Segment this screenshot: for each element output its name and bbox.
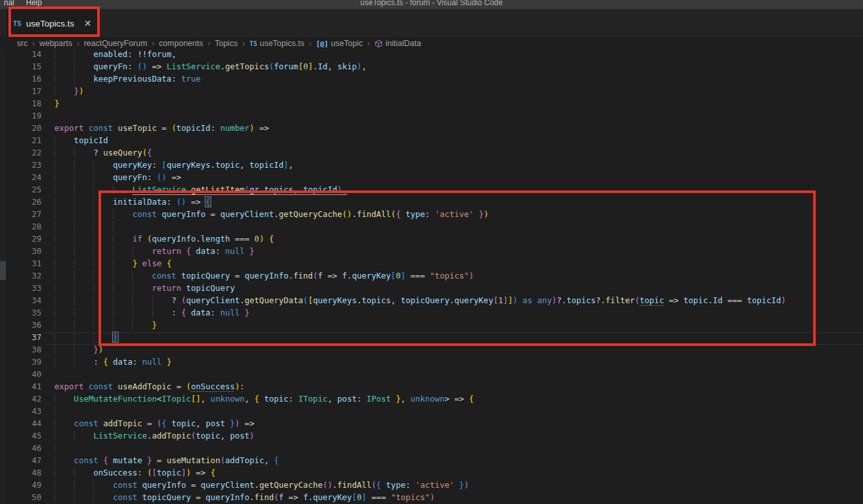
breadcrumb-item-topics[interactable]: Topics bbox=[214, 39, 237, 48]
code-text[interactable]: : { data: null } bbox=[41, 357, 863, 369]
line-number: 45 bbox=[0, 431, 41, 443]
breadcrumb-item-initialdata[interactable]: initialData bbox=[374, 39, 421, 48]
code-text[interactable]: ? (queryClient.getQueryData([queryKeys.t… bbox=[41, 295, 863, 308]
code-editor[interactable]: 14 enabled: !!forum,15 queryFn: () => Li… bbox=[0, 49, 863, 504]
line-number: 36 bbox=[0, 320, 41, 332]
code-line-24: 24 queryFn: () => bbox=[0, 172, 863, 185]
code-line-15: 15 queryFn: () => ListService.getTopics(… bbox=[0, 62, 863, 74]
code-text[interactable]: } bbox=[41, 320, 863, 332]
line-number: 22 bbox=[0, 148, 41, 160]
line-number: 24 bbox=[0, 172, 41, 185]
code-text[interactable]: } else { bbox=[41, 258, 863, 271]
code-text[interactable]: : { data: null } bbox=[41, 308, 863, 320]
code-text[interactable]: const addTopic = ({ topic, post }) => bbox=[41, 418, 863, 431]
code-line-20: 20export const useTopic = (topicId: numb… bbox=[0, 123, 863, 135]
code-text[interactable]: const queryInfo = queryClient.getQueryCa… bbox=[41, 480, 863, 492]
code-text[interactable]: initialData: () => { bbox=[41, 197, 863, 209]
chevron-right-icon: › bbox=[309, 39, 312, 48]
code-line-42: 42 UseMutateFunction<ITopic[], unknown, … bbox=[0, 394, 863, 406]
code-line-22: 22 ? useQuery({ bbox=[0, 148, 863, 160]
code-line-28: 28 bbox=[0, 222, 863, 234]
code-text[interactable] bbox=[41, 369, 863, 382]
breadcrumb-item-usetopic[interactable]: [@]useTopic bbox=[316, 39, 363, 48]
breadcrumb-label: useTopic bbox=[331, 39, 363, 48]
symbol-field-icon bbox=[374, 40, 383, 48]
code-text[interactable]: topicId bbox=[41, 135, 863, 148]
code-text[interactable]: return topicQuery bbox=[41, 283, 863, 295]
code-text[interactable]: queryKey: [queryKeys.topic, topicId], bbox=[41, 160, 863, 172]
code-text[interactable]: if (queryInfo.length === 0) { bbox=[41, 234, 863, 246]
code-text[interactable]: export const useTopic = (topicId: number… bbox=[41, 123, 863, 135]
line-number: 20 bbox=[0, 123, 41, 135]
breadcrumb-label: initialData bbox=[385, 39, 421, 48]
line-number: 31 bbox=[0, 258, 41, 271]
code-text[interactable]: keepPreviousData: true bbox=[41, 74, 863, 86]
code-text[interactable]: } bbox=[41, 98, 863, 111]
code-text[interactable]: const topicQuery = queryInfo.find(f => f… bbox=[41, 492, 863, 504]
code-text[interactable]: ? useQuery({ bbox=[41, 148, 863, 160]
code-line-37: 37 } bbox=[0, 332, 863, 345]
line-number: 19 bbox=[0, 111, 41, 123]
code-line-50: 50 const topicQuery = queryInfo.find(f =… bbox=[0, 492, 863, 504]
code-line-46: 46 bbox=[0, 443, 863, 455]
code-text[interactable]: queryFn: () => ListService.getTopics(for… bbox=[41, 62, 863, 74]
line-number: 34 bbox=[0, 295, 41, 308]
code-text[interactable]: onSuccess: ([topic]) => { bbox=[41, 468, 863, 480]
breadcrumb-label: reactQueryForum bbox=[84, 39, 147, 48]
code-text[interactable]: ListService.getListItem(gr topics, topic… bbox=[41, 185, 863, 197]
tab-usetopics[interactable]: TS useTopics.ts ✕ bbox=[6, 9, 98, 38]
line-number: 29 bbox=[0, 234, 41, 246]
line-number: 15 bbox=[0, 62, 41, 74]
code-text[interactable]: const topicQuery = queryInfo.find(f => f… bbox=[41, 271, 863, 283]
line-number: 23 bbox=[0, 160, 41, 172]
breadcrumb-item-webparts[interactable]: webparts bbox=[40, 39, 73, 48]
code-text[interactable]: enabled: !!forum, bbox=[41, 49, 863, 62]
line-number: 16 bbox=[0, 74, 41, 86]
line-number: 32 bbox=[0, 271, 41, 283]
line-number: 41 bbox=[0, 382, 41, 394]
code-text[interactable]: ListService.addTopic(topic, post) bbox=[41, 431, 863, 443]
line-number: 44 bbox=[0, 418, 41, 431]
code-text[interactable]: }) bbox=[41, 86, 863, 98]
code-line-48: 48 onSuccess: ([topic]) => { bbox=[0, 468, 863, 480]
breadcrumb-label: components bbox=[159, 39, 203, 48]
line-number: 25 bbox=[0, 185, 41, 197]
breadcrumb-item-usetopics-ts[interactable]: TSuseTopics.ts bbox=[249, 39, 305, 48]
line-number: 50 bbox=[0, 492, 41, 504]
code-text[interactable]: }) bbox=[41, 345, 863, 357]
breadcrumb-item-reactqueryforum[interactable]: reactQueryForum bbox=[84, 39, 147, 48]
typescript-file-icon: TS bbox=[13, 19, 21, 28]
close-icon[interactable]: ✕ bbox=[84, 18, 92, 29]
line-number: 47 bbox=[0, 455, 41, 468]
code-text[interactable] bbox=[41, 222, 863, 234]
code-text[interactable] bbox=[41, 406, 863, 418]
code-text[interactable]: const queryInfo = queryClient.getQueryCa… bbox=[41, 209, 863, 222]
code-text[interactable] bbox=[41, 111, 863, 123]
code-line-16: 16 keepPreviousData: true bbox=[0, 74, 863, 86]
line-number: 30 bbox=[0, 246, 41, 258]
code-line-27: 27 const queryInfo = queryClient.getQuer… bbox=[0, 209, 863, 222]
code-text[interactable]: UseMutateFunction<ITopic[], unknown, { t… bbox=[41, 394, 863, 406]
code-line-21: 21 topicId bbox=[0, 135, 863, 148]
code-text[interactable]: return { data: null } bbox=[41, 246, 863, 258]
code-line-19: 19 bbox=[0, 111, 863, 123]
line-number: 48 bbox=[0, 468, 41, 480]
code-text[interactable]: const { mutate } = useMutation(addTopic,… bbox=[41, 455, 863, 468]
code-line-32: 32 const topicQuery = queryInfo.find(f =… bbox=[0, 271, 863, 283]
code-line-39: 39 : { data: null } bbox=[0, 357, 863, 369]
code-text[interactable]: } bbox=[41, 332, 863, 345]
breadcrumb-label: webparts bbox=[40, 39, 73, 48]
code-text[interactable]: export const useAddTopic = (onSuccess): bbox=[41, 382, 863, 394]
line-number: 26 bbox=[0, 197, 41, 209]
code-line-23: 23 queryKey: [queryKeys.topic, topicId], bbox=[0, 160, 863, 172]
breadcrumb-item-components[interactable]: components bbox=[159, 39, 203, 48]
breadcrumb-item-src[interactable]: src bbox=[17, 39, 28, 48]
code-text[interactable]: queryFn: () => bbox=[41, 172, 863, 185]
code-line-44: 44 const addTopic = ({ topic, post }) => bbox=[0, 418, 863, 431]
breadcrumb-label: useTopics.ts bbox=[260, 39, 305, 48]
line-number: 17 bbox=[0, 86, 41, 98]
line-number: 42 bbox=[0, 394, 41, 406]
code-line-18: 18} bbox=[0, 98, 863, 111]
code-text[interactable] bbox=[41, 443, 863, 455]
left-strip-scroll-marker[interactable] bbox=[0, 261, 6, 280]
